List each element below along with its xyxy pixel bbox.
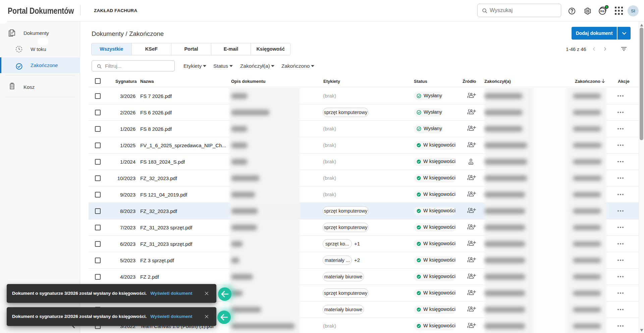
svg-text:Ins: Ins: [600, 9, 605, 13]
